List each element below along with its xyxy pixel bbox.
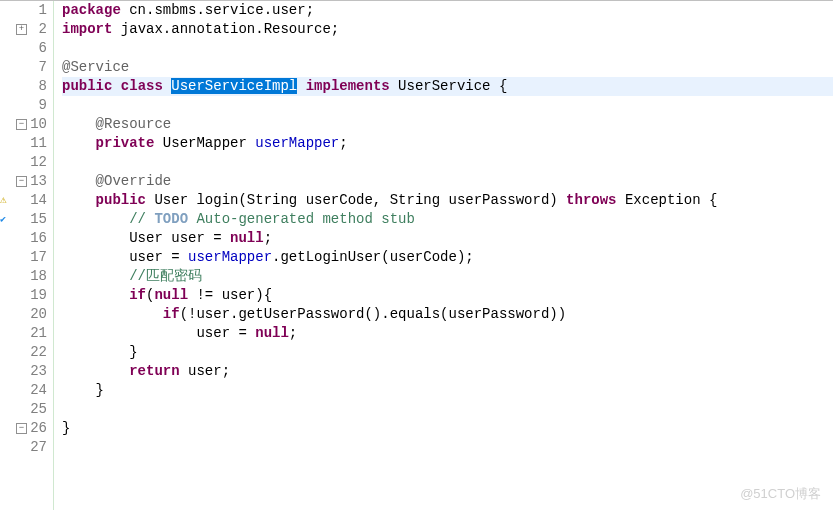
line-number: 7 <box>39 59 47 75</box>
code-editor[interactable]: ⚠ ✔ 1 2+ 6 7 8 9 10− 11 12 13− 14 15 16 … <box>0 1 833 510</box>
line-number: 14 <box>30 192 47 208</box>
line-number: 2 <box>39 21 47 37</box>
line-number: 10 <box>30 116 47 132</box>
code-line: } <box>62 343 833 362</box>
code-line: @Service <box>62 58 833 77</box>
code-line: //匹配密码 <box>62 267 833 286</box>
code-line: import javax.annotation.Resource; <box>62 20 833 39</box>
warning-marker-icon[interactable]: ⚠ <box>0 194 7 206</box>
line-number: 23 <box>30 363 47 379</box>
code-line <box>62 400 833 419</box>
fold-collapse-icon[interactable]: − <box>16 423 27 434</box>
line-number: 11 <box>30 135 47 151</box>
checkmark-marker-icon[interactable]: ✔ <box>0 214 6 225</box>
watermark: @51CTO博客 <box>740 485 821 503</box>
code-line: @Resource <box>62 115 833 134</box>
line-number: 27 <box>30 439 47 455</box>
line-number: 22 <box>30 344 47 360</box>
code-line: if(null != user){ <box>62 286 833 305</box>
line-number: 8 <box>39 78 47 94</box>
code-line <box>62 39 833 58</box>
line-number: 24 <box>30 382 47 398</box>
line-number: 19 <box>30 287 47 303</box>
code-line: } <box>62 381 833 400</box>
line-number: 21 <box>30 325 47 341</box>
code-line: public class UserServiceImpl implements … <box>62 77 833 96</box>
code-line: User user = null; <box>62 229 833 248</box>
code-line: // TODO Auto-generated method stub <box>62 210 833 229</box>
code-line: user = null; <box>62 324 833 343</box>
code-line: return user; <box>62 362 833 381</box>
fold-collapse-icon[interactable]: − <box>16 176 27 187</box>
code-content[interactable]: package cn.smbms.service.user; import ja… <box>54 1 833 510</box>
line-number: 20 <box>30 306 47 322</box>
line-number: 13 <box>30 173 47 189</box>
code-line: private UserMapper userMapper; <box>62 134 833 153</box>
code-line: user = userMapper.getLoginUser(userCode)… <box>62 248 833 267</box>
line-number: 18 <box>30 268 47 284</box>
fold-expand-icon[interactable]: + <box>16 24 27 35</box>
code-line: if(!user.getUserPassword().equals(userPa… <box>62 305 833 324</box>
line-number: 26 <box>30 420 47 436</box>
line-number: 17 <box>30 249 47 265</box>
selected-text[interactable]: UserServiceImpl <box>171 78 297 94</box>
line-number: 15 <box>30 211 47 227</box>
code-line: @Override <box>62 172 833 191</box>
line-number: 16 <box>30 230 47 246</box>
line-number-gutter: 1 2+ 6 7 8 9 10− 11 12 13− 14 15 16 17 1… <box>18 1 54 510</box>
code-line: public User login(String userCode, Strin… <box>62 191 833 210</box>
code-line <box>62 96 833 115</box>
code-line <box>62 438 833 457</box>
code-line <box>62 153 833 172</box>
line-number: 9 <box>39 97 47 113</box>
line-number: 12 <box>30 154 47 170</box>
code-line: } <box>62 419 833 438</box>
line-number: 6 <box>39 40 47 56</box>
code-line: package cn.smbms.service.user; <box>62 1 833 20</box>
fold-collapse-icon[interactable]: − <box>16 119 27 130</box>
line-number: 1 <box>39 2 47 18</box>
line-number: 25 <box>30 401 47 417</box>
